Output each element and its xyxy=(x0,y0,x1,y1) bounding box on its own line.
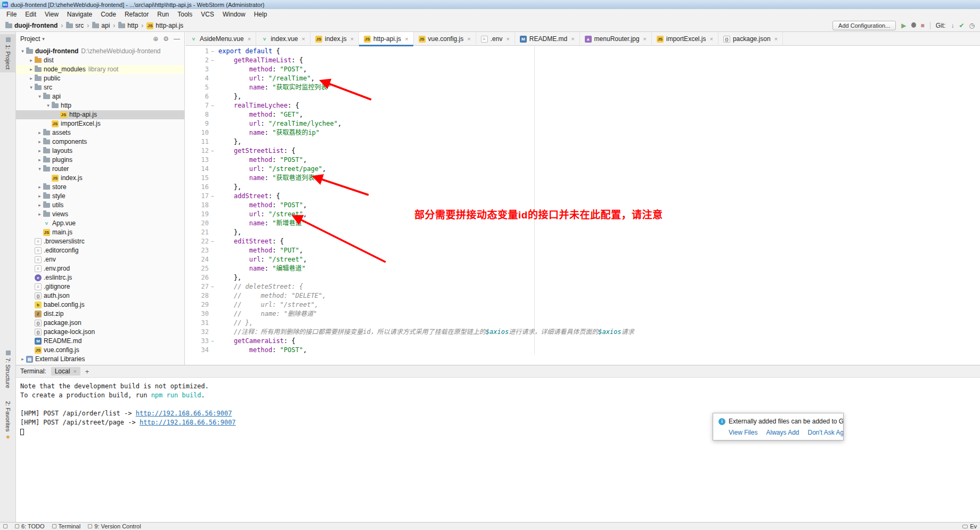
tree-item-router[interactable]: ▾router xyxy=(16,165,184,174)
tree-item-layouts[interactable]: ▸layouts xyxy=(16,146,184,156)
history-button[interactable]: ◷ xyxy=(969,22,975,29)
tab-http-api-js[interactable]: JShttp-api.js× xyxy=(359,32,413,46)
close-tab-icon[interactable]: × xyxy=(709,36,713,42)
menu-item-refactor[interactable]: Refactor xyxy=(120,9,153,20)
commit-button[interactable]: ✔ xyxy=(959,22,964,29)
tree-item-env-prod[interactable]: ≡.env.prod xyxy=(16,264,184,273)
breadcrumb-item-src[interactable]: src xyxy=(66,22,84,29)
chevron-collapsed-icon[interactable]: ▸ xyxy=(36,146,43,156)
tree-item-public[interactable]: ▸public xyxy=(16,74,184,83)
close-tab-icon[interactable]: × xyxy=(350,36,354,42)
menu-item-file[interactable]: File xyxy=(2,9,21,20)
chevron-collapsed-icon[interactable]: ▸ xyxy=(36,128,43,137)
tab-vue-config-js[interactable]: JSvue.config.js× xyxy=(414,32,476,46)
tree-item-editorconfig[interactable]: ≡.editorconfig xyxy=(16,246,184,255)
new-terminal-icon[interactable]: + xyxy=(85,368,89,376)
menu-item-navigate[interactable]: Navigate xyxy=(63,9,96,20)
tree-item-assets[interactable]: ▸assets xyxy=(16,128,184,137)
run-button[interactable]: ▶ xyxy=(901,22,906,29)
chevron-expanded-icon[interactable]: ▾ xyxy=(36,165,43,174)
close-tab-icon[interactable]: × xyxy=(467,36,470,42)
chevron-collapsed-icon[interactable]: ▸ xyxy=(19,355,26,364)
tab-env[interactable]: ≡.env× xyxy=(476,32,515,46)
tree-item-dist-zip[interactable]: Zdist.zip xyxy=(16,309,184,319)
title-bar[interactable]: WS duoji-frontend [D:\zheheWeb\duoji-fro… xyxy=(0,0,980,9)
tree-item-main-js[interactable]: JSmain.js xyxy=(16,228,184,237)
notification-action-always-add[interactable]: Always Add xyxy=(766,429,799,436)
close-tab-icon[interactable]: × xyxy=(405,36,408,42)
breadcrumb-item-http-api-js[interactable]: JShttp-api.js xyxy=(146,22,183,29)
tree-item-style[interactable]: ▸style xyxy=(16,192,184,201)
tree-item-views[interactable]: ▸views xyxy=(16,210,184,219)
tree-item-package-json[interactable]: {}package.json xyxy=(16,319,184,328)
menu-item-view[interactable]: View xyxy=(40,9,63,20)
close-terminal-tab-icon[interactable]: × xyxy=(73,368,76,374)
debug-button[interactable] xyxy=(911,22,916,29)
menu-item-run[interactable]: Run xyxy=(153,9,173,20)
fold-marker-icon[interactable]: − xyxy=(209,146,216,156)
menu-item-help[interactable]: Help xyxy=(250,9,272,20)
tree-item-store[interactable]: ▸store xyxy=(16,183,184,192)
fold-marker-icon[interactable]: − xyxy=(209,282,216,291)
terminal-link[interactable]: http://192.168.66.56:9007 xyxy=(136,410,232,417)
tree-item-src[interactable]: ▾src xyxy=(16,83,184,92)
tab-index-vue[interactable]: Vindex.vue× xyxy=(256,32,311,46)
tab-menurouter-jpg[interactable]: ▲menuRouter.jpg× xyxy=(580,32,652,46)
status-item-9-version-control[interactable]: 9: Version Control xyxy=(88,523,141,529)
tab-asidemenu-vue[interactable]: VAsideMenu.vue× xyxy=(185,32,256,46)
settings-icon[interactable]: ⚙ xyxy=(163,35,169,43)
tree-item-components[interactable]: ▸components xyxy=(16,137,184,146)
fold-marker-icon[interactable]: − xyxy=(209,237,216,246)
stop-button[interactable]: ■ xyxy=(921,22,925,29)
tree-item-dist[interactable]: ▸dist xyxy=(16,56,184,65)
fold-marker-icon[interactable]: − xyxy=(209,192,216,201)
chevron-expanded-icon[interactable]: ▾ xyxy=(36,92,43,101)
chevron-collapsed-icon[interactable]: ▸ xyxy=(36,201,43,210)
terminal-tab-local[interactable]: Local × xyxy=(51,367,80,376)
tab-importexcel-js[interactable]: JSimportExcel.js× xyxy=(652,32,718,46)
fold-marker-icon[interactable]: − xyxy=(209,47,216,56)
fold-marker-icon[interactable]: − xyxy=(209,56,216,65)
chevron-down-icon[interactable]: ▾ xyxy=(42,36,45,42)
toolwindow-button-7-structure[interactable]: 7: Structure xyxy=(0,347,16,392)
tree-item-package-lock-json[interactable]: {}package-lock.json xyxy=(16,328,184,337)
project-panel-title[interactable]: Project xyxy=(20,35,40,43)
tab-index-js[interactable]: JSindex.js× xyxy=(311,32,359,46)
breadcrumb-item-duoji-frontend[interactable]: duoji-frontend xyxy=(5,22,58,29)
breadcrumb-item-api[interactable]: api xyxy=(92,22,110,29)
toolwindow-button-1-project[interactable]: 1: Project xyxy=(0,34,16,72)
tree-item-http-api-js[interactable]: JShttp-api.js xyxy=(16,110,184,119)
menu-item-tools[interactable]: Tools xyxy=(173,9,197,20)
tree-item-node-modules[interactable]: ▸node_moduleslibrary root xyxy=(16,65,184,74)
tree-item-importexcel-js[interactable]: JSimportExcel.js xyxy=(16,119,184,128)
chevron-expanded-icon[interactable]: ▾ xyxy=(19,47,26,56)
tree-item-index-js[interactable]: JSindex.js xyxy=(16,174,184,183)
toolwindow-switcher-icon[interactable] xyxy=(3,524,7,528)
chevron-collapsed-icon[interactable]: ▸ xyxy=(36,183,43,192)
tree-item-eslintrc-js[interactable]: e.eslintrc.js xyxy=(16,273,184,282)
hide-icon[interactable]: — xyxy=(174,35,180,43)
tree-item-gitignore[interactable]: ≡.gitignore xyxy=(16,282,184,291)
tree-item-http[interactable]: ▾http xyxy=(16,101,184,110)
update-project-button[interactable]: ↓ xyxy=(951,22,954,29)
tree-item-vue-config-js[interactable]: JSvue.config.js xyxy=(16,346,184,355)
chevron-collapsed-icon[interactable]: ▸ xyxy=(28,56,35,65)
tab-package-json[interactable]: {}package.json× xyxy=(718,32,783,46)
chevron-expanded-icon[interactable]: ▾ xyxy=(45,101,52,110)
chevron-expanded-icon[interactable]: ▾ xyxy=(28,83,35,92)
event-log-button[interactable]: Ev xyxy=(962,523,977,529)
chevron-collapsed-icon[interactable]: ▸ xyxy=(36,192,43,201)
menu-item-vcs[interactable]: VCS xyxy=(197,9,218,20)
tree-item-babel-config-js[interactable]: bbabel.config.js xyxy=(16,300,184,309)
chevron-collapsed-icon[interactable]: ▸ xyxy=(28,74,35,83)
chevron-collapsed-icon[interactable]: ▸ xyxy=(36,137,43,146)
tab-readme-md[interactable]: MREADME.md× xyxy=(515,32,580,46)
tree-item-plugins[interactable]: ▸plugins xyxy=(16,156,184,165)
toolwindow-button-2-favorites[interactable]: 2: Favorites★ xyxy=(0,398,16,443)
tree-item-external-libraries[interactable]: ▸▤External Libraries xyxy=(16,355,184,364)
notification-action-don-t-ask-agai[interactable]: Don't Ask Agai xyxy=(808,429,844,436)
breadcrumb-item-http[interactable]: http xyxy=(118,22,138,29)
close-tab-icon[interactable]: × xyxy=(774,36,778,42)
close-tab-icon[interactable]: × xyxy=(506,36,509,42)
tree-item-app-vue[interactable]: VApp.vue xyxy=(16,219,184,228)
